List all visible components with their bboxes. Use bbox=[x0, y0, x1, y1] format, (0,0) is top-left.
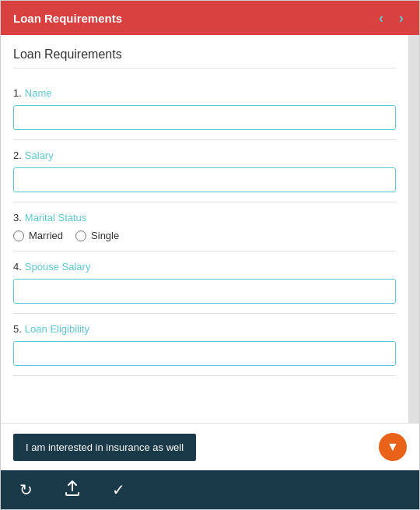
field-eligibility-section: 5. Loan Eligibility bbox=[13, 314, 396, 376]
field-name-label: 1. Name bbox=[13, 87, 396, 99]
marital-radio-group: Married Single bbox=[13, 230, 396, 241]
field-marital-labeltext: Marital Status bbox=[25, 212, 86, 223]
header-nav: ‹ › bbox=[376, 10, 407, 26]
header-title: Loan Requirements bbox=[13, 12, 122, 25]
salary-input[interactable] bbox=[13, 167, 396, 192]
field-spouse-label: 4. Spouse Salary bbox=[13, 261, 396, 273]
app-container: Loan Requirements ‹ › Loan Requirements … bbox=[0, 0, 420, 510]
field-salary-labeltext: Salary bbox=[25, 149, 54, 161]
married-radio[interactable] bbox=[13, 230, 24, 241]
field-spouse-number: 4. bbox=[13, 261, 22, 273]
name-input[interactable] bbox=[13, 105, 396, 130]
field-spouse-labeltext: Spouse Salary bbox=[25, 261, 91, 273]
refresh-button[interactable]: ↻ bbox=[16, 477, 36, 502]
form-title: Loan Requirements bbox=[13, 47, 396, 69]
upload-button[interactable] bbox=[61, 477, 84, 504]
down-chevron-icon: ▼ bbox=[387, 440, 399, 454]
field-marital-section: 3. Marital Status Married Single bbox=[13, 202, 396, 251]
nav-next-button[interactable]: › bbox=[396, 10, 407, 26]
field-name-labeltext: Name bbox=[25, 87, 52, 99]
field-salary-label: 2. Salary bbox=[13, 149, 396, 161]
nav-prev-button[interactable]: ‹ bbox=[376, 10, 387, 26]
insurance-button[interactable]: I am interested in insurance as well bbox=[13, 434, 196, 461]
field-eligibility-labeltext: Loan Eligibility bbox=[25, 323, 89, 335]
field-name-section: 1. Name bbox=[13, 78, 396, 140]
check-icon: ✓ bbox=[112, 480, 125, 499]
single-option[interactable]: Single bbox=[75, 230, 119, 241]
spouse-salary-input[interactable] bbox=[13, 279, 396, 304]
field-eligibility-number: 5. bbox=[13, 323, 22, 335]
single-radio[interactable] bbox=[75, 230, 86, 241]
footer-toolbar: ↻ ✓ bbox=[1, 470, 419, 509]
field-eligibility-label: 5. Loan Eligibility bbox=[13, 323, 396, 335]
refresh-icon: ↻ bbox=[19, 480, 33, 499]
form-content: Loan Requirements 1. Name 2. Salary bbox=[1, 35, 408, 423]
field-salary-section: 2. Salary bbox=[13, 140, 396, 202]
married-label: Married bbox=[29, 230, 63, 241]
field-spouse-section: 4. Spouse Salary bbox=[13, 251, 396, 314]
loan-eligibility-input[interactable] bbox=[13, 341, 396, 366]
main-content-area: Loan Requirements 1. Name 2. Salary bbox=[1, 35, 419, 423]
insurance-bar: I am interested in insurance as well ▼ bbox=[1, 423, 419, 470]
upload-icon bbox=[64, 480, 81, 501]
married-option[interactable]: Married bbox=[13, 230, 63, 241]
scrollbar[interactable] bbox=[408, 35, 419, 423]
field-name-number: 1. bbox=[13, 87, 22, 99]
check-button[interactable]: ✓ bbox=[109, 477, 128, 502]
orange-down-button[interactable]: ▼ bbox=[379, 433, 407, 461]
single-label: Single bbox=[91, 230, 119, 241]
header: Loan Requirements ‹ › bbox=[1, 1, 419, 35]
field-marital-number: 3. bbox=[13, 212, 22, 223]
field-salary-number: 2. bbox=[13, 149, 22, 161]
field-marital-label: 3. Marital Status bbox=[13, 212, 396, 223]
